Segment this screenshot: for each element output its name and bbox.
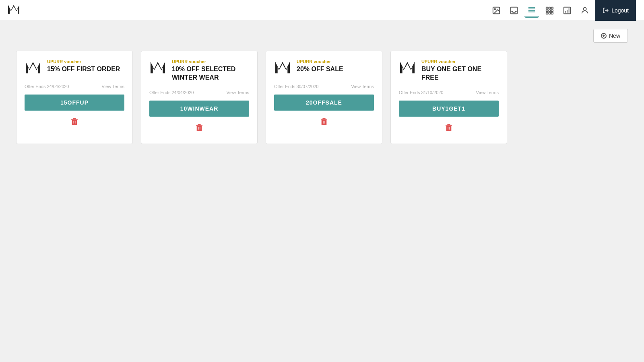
new-button[interactable]: New — [593, 29, 628, 43]
card-meta: Offer Ends 24/04/2020 View Terms — [25, 84, 124, 89]
header-actions: Logout — [489, 0, 636, 21]
svg-rect-25 — [73, 118, 76, 119]
svg-rect-39 — [324, 121, 325, 123]
delete-icon[interactable] — [320, 118, 328, 128]
svg-rect-35 — [322, 118, 325, 119]
header: Logout — [0, 0, 644, 21]
card-logo — [274, 59, 291, 76]
logout-button[interactable]: Logout — [595, 0, 636, 21]
card-brand: UPURR voucher — [47, 59, 120, 64]
svg-rect-31 — [196, 125, 202, 125]
voucher-code-button[interactable]: 20OFFSALE — [274, 95, 374, 111]
svg-rect-27 — [72, 120, 77, 125]
svg-point-1 — [495, 8, 496, 10]
voucher-code-button[interactable]: 15OFFUP — [25, 95, 124, 111]
top-bar: New — [16, 29, 628, 43]
voucher-code-button[interactable]: BUY1GET1 — [399, 101, 499, 117]
card-meta: Offer Ends 31/10/2020 View Terms — [399, 90, 499, 95]
card-expiry: Offer Ends 31/10/2020 — [399, 90, 444, 95]
view-terms-link[interactable]: View Terms — [227, 90, 249, 95]
card-header: UPURR voucher BUY ONE GET ONE FREE — [399, 59, 499, 82]
vouchers-grid: UPURR voucher 15% OFF FIRST ORDER Offer … — [16, 51, 628, 144]
card-expiry: Offer Ends 24/04/2020 — [25, 84, 69, 89]
card-info: UPURR voucher 20% OFF SALE — [297, 59, 343, 74]
card-logo — [149, 59, 166, 76]
svg-rect-34 — [200, 127, 200, 130]
plus-icon — [601, 33, 607, 39]
card-brand: UPURR voucher — [297, 59, 343, 64]
voucher-card-4: UPURR voucher BUY ONE GET ONE FREE Offer… — [390, 51, 507, 144]
new-button-label: New — [609, 33, 620, 39]
card-header: UPURR voucher 20% OFF SALE — [274, 59, 374, 76]
svg-rect-42 — [446, 125, 452, 131]
svg-rect-10 — [546, 10, 548, 12]
card-meta: Offer Ends 30/07/2020 View Terms — [274, 84, 374, 89]
card-delete-area — [399, 122, 499, 136]
card-info: UPURR voucher 10% OFF SELECTED WINTER WE… — [172, 59, 249, 82]
card-delete-area — [274, 116, 374, 130]
card-logo — [399, 59, 416, 76]
svg-rect-38 — [323, 121, 324, 123]
profile-icon[interactable] — [578, 3, 592, 18]
card-expiry: Offer Ends 30/07/2020 — [274, 84, 319, 89]
logout-label: Logout — [611, 7, 629, 14]
svg-rect-32 — [197, 125, 202, 131]
inbox-icon[interactable] — [507, 3, 521, 18]
svg-rect-33 — [198, 127, 199, 130]
svg-rect-12 — [551, 10, 553, 12]
card-logo — [25, 59, 41, 76]
card-brand: UPURR voucher — [172, 59, 249, 64]
card-title: 10% OFF SELECTED WINTER WEAR — [172, 65, 249, 82]
card-title: 20% OFF SALE — [297, 65, 343, 74]
view-terms-link[interactable]: View Terms — [351, 84, 374, 89]
svg-rect-37 — [322, 120, 327, 125]
svg-rect-41 — [446, 125, 452, 125]
svg-rect-7 — [546, 7, 548, 9]
svg-rect-29 — [75, 121, 76, 123]
svg-rect-36 — [321, 119, 327, 120]
card-brand: UPURR voucher — [421, 59, 499, 64]
svg-rect-28 — [73, 121, 74, 123]
voucher-code-button[interactable]: 10WINWEAR — [149, 101, 249, 117]
svg-rect-40 — [447, 124, 450, 125]
svg-rect-14 — [549, 12, 551, 14]
card-expiry: Offer Ends 24/04/2020 — [149, 90, 194, 95]
svg-rect-8 — [549, 7, 551, 9]
svg-rect-2 — [511, 7, 518, 14]
view-terms-link[interactable]: View Terms — [476, 90, 499, 95]
card-delete-area — [25, 116, 124, 130]
delete-icon[interactable] — [71, 118, 78, 128]
card-header: UPURR voucher 10% OFF SELECTED WINTER WE… — [149, 59, 249, 82]
card-title: 15% OFF FIRST ORDER — [47, 65, 120, 74]
svg-rect-9 — [551, 7, 553, 9]
svg-rect-26 — [71, 119, 78, 120]
card-info: UPURR voucher BUY ONE GET ONE FREE — [421, 59, 499, 82]
voucher-card-3: UPURR voucher 20% OFF SALE Offer Ends 30… — [266, 51, 382, 144]
svg-point-20 — [584, 7, 586, 10]
chart-icon[interactable] — [560, 3, 574, 18]
card-header: UPURR voucher 15% OFF FIRST ORDER — [25, 59, 124, 76]
delete-icon[interactable] — [445, 124, 452, 134]
apps-icon[interactable] — [542, 3, 557, 18]
image-icon[interactable] — [489, 3, 504, 18]
card-delete-area — [149, 122, 249, 136]
svg-rect-13 — [546, 12, 548, 14]
grid-lines-icon[interactable] — [524, 3, 539, 18]
voucher-card-1: UPURR voucher 15% OFF FIRST ORDER Offer … — [16, 51, 133, 144]
svg-rect-44 — [449, 127, 450, 130]
svg-rect-43 — [448, 127, 448, 130]
svg-rect-11 — [549, 10, 551, 12]
card-info: UPURR voucher 15% OFF FIRST ORDER — [47, 59, 120, 74]
delete-icon[interactable] — [196, 124, 203, 134]
svg-rect-30 — [198, 124, 200, 125]
logout-icon — [603, 7, 609, 14]
card-meta: Offer Ends 24/04/2020 View Terms — [149, 90, 249, 95]
voucher-card-2: UPURR voucher 10% OFF SELECTED WINTER WE… — [141, 51, 258, 144]
view-terms-link[interactable]: View Terms — [102, 84, 124, 89]
main-content: New UPURR voucher 15% OFF FIRST ORDER Of… — [0, 21, 644, 152]
app-logo — [8, 5, 19, 16]
card-title: BUY ONE GET ONE FREE — [421, 65, 499, 82]
svg-rect-15 — [551, 12, 553, 14]
